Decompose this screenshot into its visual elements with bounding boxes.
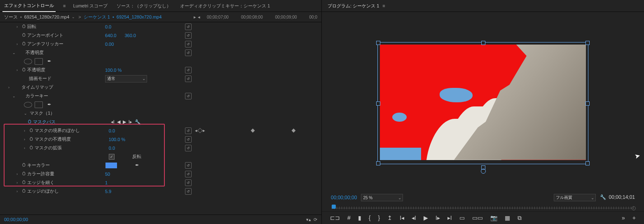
prop-key-color[interactable]: キーカラー [27,162,50,168]
stopwatch-icon[interactable]: Ö [22,24,26,29]
mask-group[interactable]: マスク（1） [30,110,55,116]
keyframe-marker[interactable] [292,129,296,133]
stopwatch-icon[interactable]: Ö [30,128,33,133]
mask-handle[interactable] [481,165,485,170]
mask-invert-checkbox[interactable]: ✓ [109,154,115,160]
stopwatch-icon[interactable]: Ö [28,120,31,124]
mask-track-settings-icon[interactable]: 🔧 [135,119,141,125]
compare-icon[interactable]: ⧉ [518,215,522,222]
program-timecode-right[interactable]: 00;00;14;01 [609,194,635,200]
next-edit-icon[interactable]: ◂ [198,14,200,20]
mark-in-icon[interactable]: # [347,215,351,221]
snapshot-icon[interactable]: 📷 [490,215,497,221]
mask-track-backward-icon[interactable]: ◀ [117,119,120,125]
mask-pen-tool[interactable]: ✒ [45,102,53,108]
reset-icon[interactable]: ↺ [185,32,192,39]
prop-edge-thin[interactable]: エッジを細く [27,179,54,186]
tab-source[interactable]: ソース：（クリップなし） [115,0,173,12]
edge-feather-value[interactable]: 5.9 [105,189,111,194]
prop-anchor[interactable]: アンカーポイント [27,32,63,38]
mask-track-forward-icon[interactable]: ▶ [123,119,126,125]
edge-thin-value[interactable]: 1 [105,180,108,185]
prop-color-tolerance[interactable]: カラー許容量 [27,171,54,177]
prop-mask-feather[interactable]: マスクの境界のぼかし [35,127,80,134]
reset-icon[interactable]: ↺ [185,41,192,47]
quality-select[interactable]: フル画質 [554,194,596,201]
play-icon[interactable]: ▶ [424,215,428,221]
add-keyframe-icon[interactable] [197,128,203,133]
mask-center-handle[interactable] [481,169,486,174]
reset-icon[interactable]: ↺ [185,162,192,169]
add-marker-icon[interactable]: ⊏⊐ [330,215,340,221]
reset-icon[interactable]: ↺ [185,145,192,151]
tab-lumetri[interactable]: Lumetri スコープ [71,0,109,12]
mask-ellipse-tool[interactable] [24,59,32,64]
program-scrubber[interactable] [332,205,634,211]
reset-icon[interactable]: ↺ [185,127,192,134]
stopwatch-icon[interactable]: Ö [22,180,26,185]
mask-expand-value[interactable]: 0.0 [109,146,115,151]
reset-icon[interactable]: ↺ [185,50,192,56]
stopwatch-icon[interactable]: Ö [22,33,26,38]
mask-track-backward-end-icon[interactable]: ◂I [111,119,115,125]
reset-icon[interactable]: ↺ [185,171,192,177]
mask-pen-tool[interactable]: ✒ [45,59,53,64]
mask-handle[interactable] [585,101,590,106]
eyedropper-icon[interactable]: ✒ [135,163,139,168]
prop-mask-opacity[interactable]: マスクの不透明度 [35,136,71,142]
stopwatch-icon[interactable]: Ö [30,146,33,150]
tab-effect-controls[interactable]: エフェクトコントロール [2,0,56,12]
stopwatch-icon[interactable]: Ö [22,163,26,167]
mask-track-forward-end-icon[interactable]: I▸ [129,119,132,125]
zoom-select[interactable]: 25 % [361,194,403,201]
tab-audio-mixer[interactable]: オーディオクリップミキサー：シーケンス 1 [178,0,272,12]
anchor-y[interactable]: 360.0 [124,33,136,38]
mask-handle[interactable] [376,161,380,165]
button-editor-icon[interactable]: » [622,215,625,221]
program-monitor[interactable]: ➤ [322,12,644,192]
prop-blend-mode[interactable]: 描画モード [29,75,52,82]
zoom-to-clip-icon[interactable]: ⟳ [314,217,317,222]
prop-antiflicker[interactable]: アンチフリッカー [27,41,63,47]
sequence-name[interactable]: シーケンス 1 [84,14,110,20]
effect-color-key[interactable]: カラーキー [26,93,48,99]
mask-feather-value[interactable]: 0.0 [109,128,115,133]
out-point-handle[interactable] [632,206,636,210]
add-button-icon[interactable]: + [632,215,636,221]
export-frame-icon[interactable]: ↥ [387,215,392,221]
tab-program[interactable]: プログラム: シーケンス 1 [326,0,381,12]
panel-menu-icon[interactable]: ≡ [63,3,66,8]
prev-edit-icon[interactable]: ▸ [194,14,196,20]
lift-icon[interactable]: ▭ [459,215,465,221]
prop-edge-feather[interactable]: エッジのぼかし [27,188,59,194]
effect-opacity[interactable]: 不透明度 [26,50,44,56]
frame-back-icon[interactable]: ◂I [412,215,416,221]
reset-icon[interactable]: ↺ [185,136,192,143]
blend-mode-select[interactable]: 通常 [105,75,147,83]
mask-rectangle-tool[interactable] [35,101,43,108]
stopwatch-icon[interactable]: Ö [22,172,26,176]
antiflicker-value[interactable]: 0.00 [105,42,114,47]
settings-icon[interactable]: 🔧 [600,194,606,200]
mini-time-ruler[interactable]: 00;00;07;00 00;00;08;00 00;00;09;00 00;0 [207,15,317,19]
mask-handle[interactable] [585,41,590,45]
filter-icon[interactable]: ▾▴ [306,217,311,222]
clip-name[interactable]: 69254_1280x720.mp4 [117,14,162,19]
key-color-swatch[interactable] [105,162,117,169]
frame-forward-icon[interactable]: I▸ [436,215,440,221]
extract-icon[interactable]: ▭▭ [472,215,483,221]
prop-mask-expand[interactable]: マスクの拡張 [35,145,62,151]
mask-ellipse-tool[interactable] [24,102,32,108]
program-timecode-left[interactable]: 00;00;00;00 [331,195,357,200]
reset-icon[interactable]: ↺ [185,67,192,73]
prop-mask-path[interactable]: マスクパス [33,119,56,125]
current-timecode[interactable]: 00;00;00;00 [4,217,28,222]
opacity-value[interactable]: 100.0 % [105,68,122,73]
anchor-x[interactable]: 640.0 [105,33,117,38]
reset-icon[interactable]: ↺ [185,93,192,99]
step-back-icon[interactable]: I◂ [400,215,404,221]
color-tolerance-value[interactable]: 50 [105,172,110,177]
prop-rotation[interactable]: 回転 [27,24,36,30]
mask-opacity-value[interactable]: 100.0 % [109,137,125,142]
stopwatch-icon[interactable]: Ö [22,189,26,193]
